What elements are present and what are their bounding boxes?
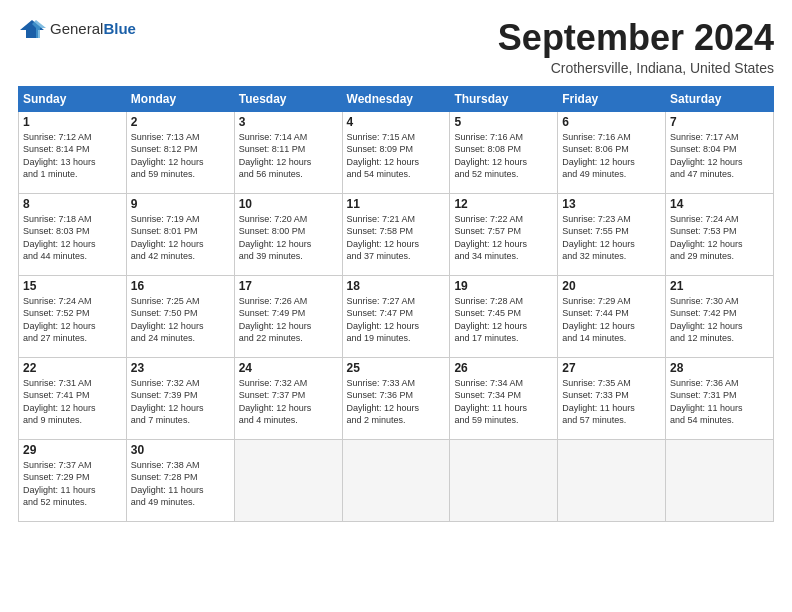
calendar-cell: 2Sunrise: 7:13 AM Sunset: 8:12 PM Daylig… (126, 111, 234, 193)
calendar-cell: 17Sunrise: 7:26 AM Sunset: 7:49 PM Dayli… (234, 275, 342, 357)
week-row-3: 15Sunrise: 7:24 AM Sunset: 7:52 PM Dayli… (19, 275, 774, 357)
calendar-cell: 4Sunrise: 7:15 AM Sunset: 8:09 PM Daylig… (342, 111, 450, 193)
day-info: Sunrise: 7:32 AM Sunset: 7:39 PM Dayligh… (131, 377, 230, 427)
location: Crothersville, Indiana, United States (498, 60, 774, 76)
weekday-header-wednesday: Wednesday (342, 86, 450, 111)
day-info: Sunrise: 7:22 AM Sunset: 7:57 PM Dayligh… (454, 213, 553, 263)
day-number: 14 (670, 197, 769, 211)
day-number: 15 (23, 279, 122, 293)
calendar-cell: 12Sunrise: 7:22 AM Sunset: 7:57 PM Dayli… (450, 193, 558, 275)
weekday-header-row: SundayMondayTuesdayWednesdayThursdayFrid… (19, 86, 774, 111)
calendar-cell: 8Sunrise: 7:18 AM Sunset: 8:03 PM Daylig… (19, 193, 127, 275)
day-info: Sunrise: 7:13 AM Sunset: 8:12 PM Dayligh… (131, 131, 230, 181)
day-number: 30 (131, 443, 230, 457)
day-info: Sunrise: 7:25 AM Sunset: 7:50 PM Dayligh… (131, 295, 230, 345)
header: GeneralBlue September 2024 Crothersville… (18, 18, 774, 76)
calendar-cell: 27Sunrise: 7:35 AM Sunset: 7:33 PM Dayli… (558, 357, 666, 439)
logo-blue-text: Blue (103, 20, 136, 37)
day-number: 1 (23, 115, 122, 129)
calendar-cell: 23Sunrise: 7:32 AM Sunset: 7:39 PM Dayli… (126, 357, 234, 439)
calendar-table: SundayMondayTuesdayWednesdayThursdayFrid… (18, 86, 774, 522)
calendar-cell: 18Sunrise: 7:27 AM Sunset: 7:47 PM Dayli… (342, 275, 450, 357)
day-number: 12 (454, 197, 553, 211)
day-number: 5 (454, 115, 553, 129)
day-info: Sunrise: 7:14 AM Sunset: 8:11 PM Dayligh… (239, 131, 338, 181)
calendar-cell: 14Sunrise: 7:24 AM Sunset: 7:53 PM Dayli… (666, 193, 774, 275)
day-info: Sunrise: 7:16 AM Sunset: 8:06 PM Dayligh… (562, 131, 661, 181)
day-info: Sunrise: 7:21 AM Sunset: 7:58 PM Dayligh… (347, 213, 446, 263)
calendar-cell (342, 439, 450, 521)
day-number: 29 (23, 443, 122, 457)
calendar-cell: 7Sunrise: 7:17 AM Sunset: 8:04 PM Daylig… (666, 111, 774, 193)
calendar-cell: 5Sunrise: 7:16 AM Sunset: 8:08 PM Daylig… (450, 111, 558, 193)
calendar-cell: 16Sunrise: 7:25 AM Sunset: 7:50 PM Dayli… (126, 275, 234, 357)
day-number: 28 (670, 361, 769, 375)
day-number: 4 (347, 115, 446, 129)
calendar-cell (450, 439, 558, 521)
calendar-cell: 11Sunrise: 7:21 AM Sunset: 7:58 PM Dayli… (342, 193, 450, 275)
day-info: Sunrise: 7:27 AM Sunset: 7:47 PM Dayligh… (347, 295, 446, 345)
calendar-cell: 1Sunrise: 7:12 AM Sunset: 8:14 PM Daylig… (19, 111, 127, 193)
day-number: 26 (454, 361, 553, 375)
title-block: September 2024 Crothersville, Indiana, U… (498, 18, 774, 76)
day-info: Sunrise: 7:18 AM Sunset: 8:03 PM Dayligh… (23, 213, 122, 263)
day-number: 10 (239, 197, 338, 211)
day-info: Sunrise: 7:36 AM Sunset: 7:31 PM Dayligh… (670, 377, 769, 427)
weekday-header-monday: Monday (126, 86, 234, 111)
day-info: Sunrise: 7:33 AM Sunset: 7:36 PM Dayligh… (347, 377, 446, 427)
calendar-cell: 26Sunrise: 7:34 AM Sunset: 7:34 PM Dayli… (450, 357, 558, 439)
day-number: 17 (239, 279, 338, 293)
day-info: Sunrise: 7:38 AM Sunset: 7:28 PM Dayligh… (131, 459, 230, 509)
day-number: 7 (670, 115, 769, 129)
day-number: 25 (347, 361, 446, 375)
weekday-header-friday: Friday (558, 86, 666, 111)
day-info: Sunrise: 7:34 AM Sunset: 7:34 PM Dayligh… (454, 377, 553, 427)
day-info: Sunrise: 7:16 AM Sunset: 8:08 PM Dayligh… (454, 131, 553, 181)
calendar-cell: 21Sunrise: 7:30 AM Sunset: 7:42 PM Dayli… (666, 275, 774, 357)
calendar-cell: 9Sunrise: 7:19 AM Sunset: 8:01 PM Daylig… (126, 193, 234, 275)
day-number: 19 (454, 279, 553, 293)
day-number: 27 (562, 361, 661, 375)
day-number: 8 (23, 197, 122, 211)
day-info: Sunrise: 7:29 AM Sunset: 7:44 PM Dayligh… (562, 295, 661, 345)
calendar-cell: 15Sunrise: 7:24 AM Sunset: 7:52 PM Dayli… (19, 275, 127, 357)
weekday-header-saturday: Saturday (666, 86, 774, 111)
calendar-cell: 24Sunrise: 7:32 AM Sunset: 7:37 PM Dayli… (234, 357, 342, 439)
week-row-4: 22Sunrise: 7:31 AM Sunset: 7:41 PM Dayli… (19, 357, 774, 439)
logo: GeneralBlue (18, 18, 136, 40)
day-number: 23 (131, 361, 230, 375)
calendar-cell (558, 439, 666, 521)
week-row-5: 29Sunrise: 7:37 AM Sunset: 7:29 PM Dayli… (19, 439, 774, 521)
day-number: 11 (347, 197, 446, 211)
day-info: Sunrise: 7:19 AM Sunset: 8:01 PM Dayligh… (131, 213, 230, 263)
calendar-cell: 20Sunrise: 7:29 AM Sunset: 7:44 PM Dayli… (558, 275, 666, 357)
day-info: Sunrise: 7:15 AM Sunset: 8:09 PM Dayligh… (347, 131, 446, 181)
logo-text: GeneralBlue (50, 20, 136, 38)
calendar-cell: 28Sunrise: 7:36 AM Sunset: 7:31 PM Dayli… (666, 357, 774, 439)
day-info: Sunrise: 7:12 AM Sunset: 8:14 PM Dayligh… (23, 131, 122, 181)
day-info: Sunrise: 7:23 AM Sunset: 7:55 PM Dayligh… (562, 213, 661, 263)
calendar-cell (666, 439, 774, 521)
day-number: 3 (239, 115, 338, 129)
day-number: 6 (562, 115, 661, 129)
weekday-header-thursday: Thursday (450, 86, 558, 111)
calendar-cell: 19Sunrise: 7:28 AM Sunset: 7:45 PM Dayli… (450, 275, 558, 357)
page-container: GeneralBlue September 2024 Crothersville… (0, 0, 792, 532)
day-number: 9 (131, 197, 230, 211)
weekday-header-tuesday: Tuesday (234, 86, 342, 111)
svg-marker-0 (20, 20, 44, 38)
day-number: 24 (239, 361, 338, 375)
calendar-cell: 29Sunrise: 7:37 AM Sunset: 7:29 PM Dayli… (19, 439, 127, 521)
calendar-cell: 30Sunrise: 7:38 AM Sunset: 7:28 PM Dayli… (126, 439, 234, 521)
calendar-cell: 6Sunrise: 7:16 AM Sunset: 8:06 PM Daylig… (558, 111, 666, 193)
day-info: Sunrise: 7:26 AM Sunset: 7:49 PM Dayligh… (239, 295, 338, 345)
weekday-header-sunday: Sunday (19, 86, 127, 111)
day-number: 13 (562, 197, 661, 211)
day-number: 20 (562, 279, 661, 293)
calendar-cell (234, 439, 342, 521)
calendar-cell: 10Sunrise: 7:20 AM Sunset: 8:00 PM Dayli… (234, 193, 342, 275)
calendar-cell: 22Sunrise: 7:31 AM Sunset: 7:41 PM Dayli… (19, 357, 127, 439)
calendar-cell: 13Sunrise: 7:23 AM Sunset: 7:55 PM Dayli… (558, 193, 666, 275)
day-info: Sunrise: 7:31 AM Sunset: 7:41 PM Dayligh… (23, 377, 122, 427)
day-info: Sunrise: 7:35 AM Sunset: 7:33 PM Dayligh… (562, 377, 661, 427)
